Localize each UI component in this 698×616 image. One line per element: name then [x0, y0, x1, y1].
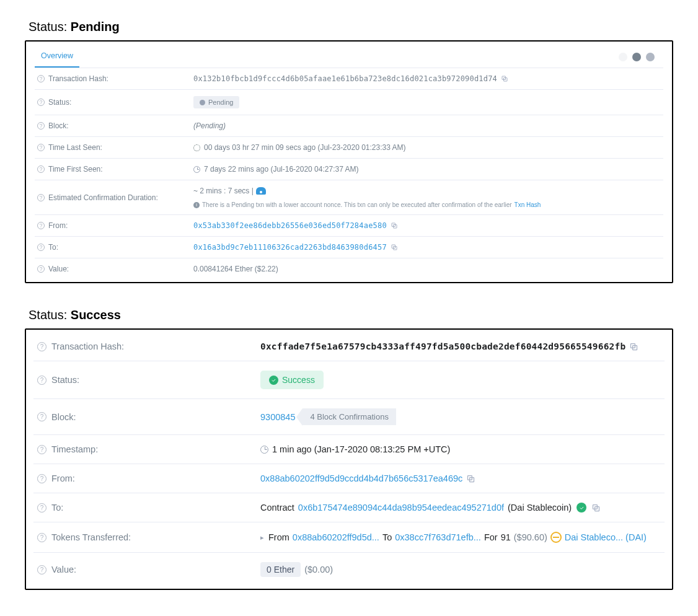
- est-conf-note: i There is a Pending txn with a lower ac…: [193, 201, 541, 208]
- success-panel: ?Transaction Hash: 0xcffade7f5e1a67579cb…: [25, 328, 673, 590]
- value-tx-hash: 0xcffade7f5e1a67579cb4333aff497fd5a500cb…: [260, 341, 625, 351]
- row-tx-hash: ?Transaction Hash: 0xcffade7f5e1a67579cb…: [33, 332, 665, 361]
- help-icon[interactable]: ?: [37, 194, 45, 201]
- pending-panel: Overview ?Transaction Hash: 0x132b10fbcb…: [25, 40, 673, 283]
- row-status: ?Status: Success: [33, 361, 665, 399]
- copy-icon[interactable]: [501, 75, 508, 82]
- label-status: Status:: [51, 375, 79, 385]
- dot-icon: [619, 53, 627, 61]
- row-tokens-transferred: ?Tokens Transferred: ▸ From 0x88ab60202f…: [33, 522, 665, 553]
- label-value: Value:: [48, 265, 69, 273]
- help-icon[interactable]: ?: [37, 342, 46, 351]
- help-icon[interactable]: ?: [37, 376, 46, 385]
- copy-icon[interactable]: [629, 342, 638, 351]
- row-est-conf: ?Estimated Confirmation Duration: ~ 2 mi…: [35, 180, 663, 215]
- gauge-icon: [256, 187, 266, 195]
- value-time-last-seen: 00 days 03 hr 27 min 09 secs ago (Jul-23…: [204, 143, 406, 152]
- copy-icon[interactable]: [466, 474, 475, 483]
- clock-icon: [260, 446, 268, 454]
- arrow-icon: ▸: [260, 534, 264, 542]
- tokens-to-label: To: [382, 532, 392, 542]
- confirmations-badge: 4 Block Confirmations: [303, 408, 395, 425]
- label-value: Value:: [51, 565, 76, 574]
- row-time-last-seen: ?Time Last Seen: 00 days 03 hr 27 min 09…: [35, 137, 663, 159]
- tokens-from-link[interactable]: 0x88ab60202ff9d5d...: [293, 532, 379, 542]
- help-icon[interactable]: ?: [37, 565, 46, 574]
- heading-success: Status: Success: [29, 308, 673, 322]
- help-icon[interactable]: ?: [37, 75, 45, 82]
- block-link[interactable]: 9300845: [260, 412, 295, 422]
- value-time-first-seen: 7 days 22 mins ago (Jul-16-2020 04:27:37…: [204, 165, 358, 174]
- row-tx-hash: ?Transaction Hash: 0x132b10fbcb1d9fccc4d…: [35, 68, 663, 90]
- heading-status: Success: [71, 308, 121, 322]
- label-block: Block:: [51, 412, 76, 422]
- row-from: ?From: 0x88ab60202ff9d5d9ccdd4b4d7b656c5…: [33, 464, 665, 493]
- row-block: ?Block: 9300845 4 Block Confirmations: [33, 399, 665, 435]
- row-timestamp: ?Timestamp: 1 min ago (Jan-17-2020 08:13…: [33, 435, 665, 464]
- to-address-link[interactable]: 0x16a3bd9c7eb11106326cad2263bd8463980d64…: [193, 243, 387, 252]
- label-block: Block:: [48, 121, 69, 130]
- note-text: There is a Pending txn with a lower acco…: [202, 201, 512, 208]
- spinner-icon: [193, 144, 200, 151]
- check-circle-icon: [269, 376, 278, 385]
- label-timestamp: Timestamp:: [51, 444, 98, 454]
- verified-icon: [577, 503, 586, 513]
- tokens-to-link[interactable]: 0x38cc7f763d71efb...: [395, 532, 481, 542]
- label-time-last-seen: Time Last Seen:: [48, 143, 102, 152]
- label-est-conf: Estimated Confirmation Duration:: [48, 193, 158, 202]
- to-name: (Dai Stablecoin): [508, 503, 572, 513]
- row-time-first-seen: ?Time First Seen: 7 days 22 mins ago (Ju…: [35, 159, 663, 180]
- value-badge: 0 Ether: [260, 562, 301, 577]
- heading-prefix: Status:: [29, 20, 71, 33]
- label-tx-hash: Transaction Hash:: [48, 74, 108, 83]
- help-icon[interactable]: ?: [37, 222, 45, 229]
- row-status: ?Status: Pending: [35, 90, 663, 115]
- help-icon[interactable]: ?: [37, 122, 45, 130]
- from-address-link[interactable]: 0x53ab330f2ee86debb26556e036ed50f7284ae5…: [193, 221, 387, 230]
- clock-icon: [193, 166, 200, 173]
- status-badge-pending: Pending: [193, 96, 239, 108]
- label-to: To:: [48, 243, 58, 252]
- copy-icon[interactable]: [591, 503, 601, 513]
- help-icon[interactable]: ?: [37, 445, 46, 454]
- token-name-link[interactable]: Dai Stableco... (DAI): [565, 532, 647, 542]
- tab-bar: Overview: [35, 46, 663, 68]
- help-icon[interactable]: ?: [37, 412, 46, 421]
- dot-icon: [646, 53, 655, 61]
- help-icon[interactable]: ?: [37, 144, 45, 151]
- value-est-conf: ~ 2 mins : 7 secs |: [193, 187, 254, 195]
- value-usd: ($0.00): [304, 565, 333, 574]
- value-timestamp: 1 min ago (Jan-17-2020 08:13:25 PM +UTC): [272, 444, 450, 454]
- to-address-link[interactable]: 0x6b175474e89094c44da98b954eedeac495271d…: [298, 503, 504, 513]
- help-icon[interactable]: ?: [37, 503, 46, 513]
- pending-dot-icon: [200, 100, 205, 105]
- from-address-link[interactable]: 0x88ab60202ff9d5d9ccdd4b4d7b656c5317ea46…: [260, 473, 462, 483]
- help-icon[interactable]: ?: [37, 165, 45, 173]
- value-block: (Pending): [193, 121, 226, 130]
- status-badge-success: Success: [260, 371, 324, 389]
- help-icon[interactable]: ?: [37, 99, 45, 106]
- status-dots: [619, 53, 658, 61]
- dai-token-icon: [550, 532, 562, 543]
- help-icon[interactable]: ?: [37, 474, 46, 483]
- label-from: From:: [48, 221, 68, 230]
- tab-overview[interactable]: Overview: [35, 46, 79, 68]
- label-from: From:: [51, 473, 75, 483]
- label-to: To:: [51, 503, 63, 513]
- help-icon[interactable]: ?: [37, 244, 45, 251]
- label-tx-hash: Transaction Hash:: [51, 341, 124, 351]
- heading-prefix: Status:: [29, 308, 71, 322]
- help-icon[interactable]: ?: [37, 265, 45, 273]
- row-block: ?Block: (Pending): [35, 115, 663, 137]
- to-prefix: Contract: [260, 503, 294, 513]
- row-to: ?To: Contract 0x6b175474e89094c44da98b95…: [33, 493, 665, 522]
- copy-icon[interactable]: [391, 222, 398, 229]
- txn-hash-link[interactable]: Txn Hash: [515, 201, 541, 208]
- heading-status: Pending: [71, 20, 120, 33]
- value-amount: 0.00841264 Ether ($2.22): [193, 265, 278, 273]
- value-tx-hash: 0x132b10fbcb1d9fccc4d6b05afaae1e61b6ba72…: [193, 74, 497, 83]
- info-icon: i: [193, 202, 200, 208]
- heading-pending: Status: Pending: [29, 20, 673, 34]
- help-icon[interactable]: ?: [37, 533, 46, 542]
- copy-icon[interactable]: [391, 244, 398, 251]
